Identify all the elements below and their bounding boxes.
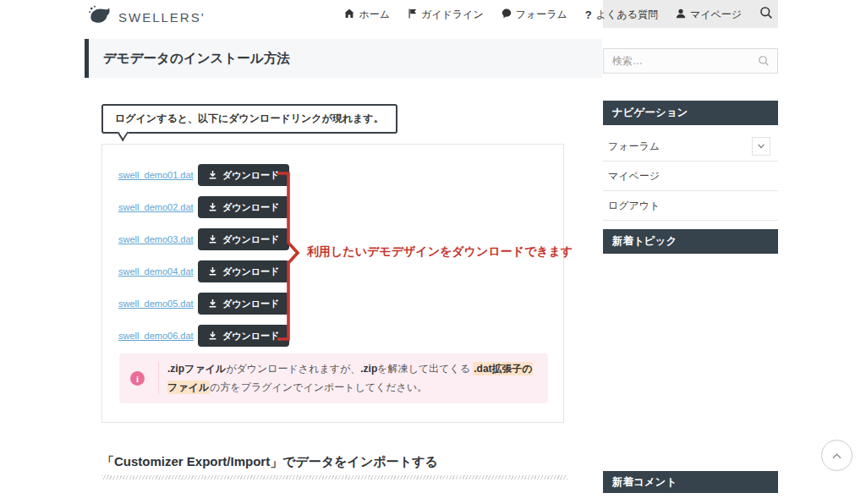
section-heading-underline [101, 475, 567, 479]
speech-bubble-tail [118, 125, 128, 142]
nav-item-guideline[interactable]: ガイドライン [408, 8, 484, 22]
download-row: swell_demo04.dat ダウンロード [118, 255, 563, 288]
submenu-toggle-button[interactable] [752, 137, 770, 156]
download-icon [208, 299, 217, 310]
download-icon [208, 202, 217, 213]
speech-bubble-text: ログインすると、以下にダウンロードリンクが現れます。 [115, 112, 384, 124]
speech-bubble: ログインすると、以下にダウンロードリンクが現れます。 [101, 104, 397, 134]
nav-label: ホーム [359, 8, 390, 22]
download-file-link[interactable]: swell_demo04.dat [118, 266, 193, 277]
download-file-link[interactable]: swell_demo02.dat [118, 202, 193, 212]
sidebar-item-label: マイページ [608, 169, 660, 184]
note-segment: .zipファイル [167, 363, 226, 375]
sidebar-item-label: フォーラム [608, 140, 660, 154]
scroll-to-top-button[interactable] [821, 440, 852, 471]
download-file-link[interactable]: swell_demo05.dat [118, 299, 193, 309]
nav-item-home[interactable]: ホーム [344, 8, 390, 22]
download-icon [208, 331, 217, 342]
sidebar-item-logout[interactable]: ログアウト [603, 191, 778, 221]
header-search-button[interactable] [759, 6, 773, 23]
download-file-link[interactable]: swell_demo06.dat [118, 331, 193, 341]
top-nav: ホーム ガイドライン フォーラム ? よくある質問 マイページ [344, 0, 773, 29]
download-icon [208, 234, 217, 245]
download-row: swell_demo06.dat ダウンロード [118, 320, 563, 352]
nav-label: フォーラム [516, 8, 567, 22]
note-text: .zipファイルがダウンロードされますが、.zipを解凍して出てくる .dat拡… [167, 360, 541, 397]
info-icon: i [130, 371, 145, 386]
nav-label: よくある質問 [596, 8, 658, 22]
download-row: swell_demo01.dat ダウンロード [118, 159, 563, 191]
question-icon: ? [585, 8, 592, 21]
chevron-down-icon [757, 140, 765, 152]
section-heading: 「Customizer Export/Import」でデータをインポートする [101, 454, 438, 470]
search-input[interactable] [604, 55, 758, 67]
search-icon[interactable] [758, 55, 777, 67]
page-title-band: デモデータのインストール方法 [85, 39, 602, 78]
download-row: swell_demo05.dat ダウンロード [118, 288, 563, 320]
download-button-label: ダウンロード [222, 330, 279, 342]
download-button-label: ダウンロード [222, 298, 279, 310]
site-logo-text: SWELLERS' [118, 10, 206, 25]
user-icon [676, 8, 686, 21]
annotation-text: 利用したいデモデザインをダウンロードできます [307, 244, 573, 260]
site-logo[interactable]: SWELLERS' [88, 3, 206, 30]
sidebar-item-forum[interactable]: フォーラム [603, 132, 778, 162]
page-title: デモデータのインストール方法 [89, 50, 290, 68]
download-row: swell_demo02.dat ダウンロード [118, 191, 563, 223]
note-segment: を解凍して出てくる [377, 363, 473, 375]
download-button-label: ダウンロード [222, 201, 279, 214]
chevron-up-icon [831, 448, 842, 463]
download-file-link[interactable]: swell_demo03.dat [118, 234, 193, 244]
download-button-label: ダウンロード [222, 169, 279, 182]
sidebar-item-label: ログアウト [608, 199, 660, 213]
download-icon [208, 266, 217, 277]
nav-item-forum[interactable]: フォーラム [502, 8, 567, 22]
note-divider [158, 362, 159, 395]
annotation-bracket [274, 170, 304, 342]
flag-icon [408, 8, 417, 21]
sidebar-nav-header: ナビゲーション [603, 101, 778, 125]
nav-item-mypage[interactable]: マイページ [676, 8, 742, 22]
note-segment: の方をプラグインでインポートしてください。 [210, 381, 427, 393]
download-button-label: ダウンロード [222, 266, 279, 278]
download-icon [208, 170, 217, 181]
search-icon [759, 6, 773, 23]
comment-icon [502, 8, 512, 21]
sidebar-menu: フォーラム マイページ ログアウト [603, 132, 778, 221]
nav-label: ガイドライン [421, 8, 484, 22]
note-segment: がダウンロードされますが、 [226, 363, 360, 375]
nav-item-faq[interactable]: ? よくある質問 [585, 8, 658, 22]
page: SWELLERS' ホーム ガイドライン フォーラム ? よくある質問 [0, 0, 866, 504]
note-segment: .zip [360, 363, 377, 375]
download-file-link[interactable]: swell_demo01.dat [118, 170, 193, 180]
whale-logo-icon [88, 4, 113, 30]
sidebar-topics-header: 新着トピック [603, 229, 778, 254]
download-box: swell_demo01.dat ダウンロード swell_demo02.dat… [101, 144, 564, 423]
home-icon [344, 8, 354, 21]
sidebar-comments-header: 新着コメント [603, 471, 778, 493]
info-note: i .zipファイルがダウンロードされますが、.zipを解凍して出てくる .da… [119, 353, 548, 403]
download-button-label: ダウンロード [222, 233, 279, 246]
sidebar-search-box [603, 48, 778, 74]
sidebar-item-mypage[interactable]: マイページ [603, 162, 778, 191]
nav-label: マイページ [690, 8, 742, 22]
